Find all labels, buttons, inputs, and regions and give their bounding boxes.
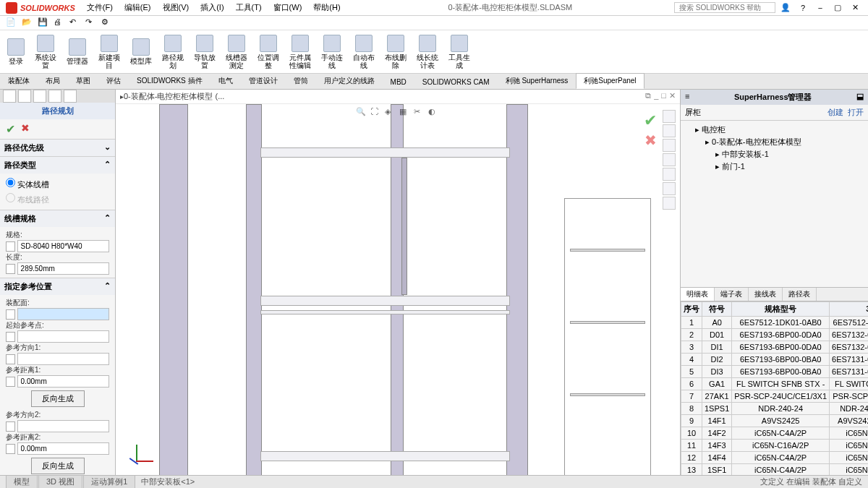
- ribbon-button[interactable]: 系统设置: [30, 33, 61, 71]
- reverse2-button[interactable]: 反向生成: [31, 458, 85, 474]
- ribbon-button[interactable]: 新建项目: [94, 33, 124, 71]
- rp-open-link[interactable]: 打开: [848, 108, 864, 116]
- pm-ok-button[interactable]: ✔: [6, 122, 15, 136]
- ribbon-button[interactable]: 线槽器测定: [221, 33, 252, 71]
- pm-priority-header[interactable]: 路径优先级⌄: [0, 140, 115, 156]
- table-row[interactable]: 4DI26ES7193-6BP00-0BA06ES7131-6BH01-0BA0…: [681, 354, 869, 366]
- command-tab[interactable]: 利驰SuperPanel: [576, 73, 644, 89]
- ribbon-button[interactable]: 路径规划: [158, 33, 188, 71]
- qa-print-icon[interactable]: 🖨: [54, 17, 65, 29]
- command-tab[interactable]: 电气: [210, 73, 241, 89]
- vp-restore-icon[interactable]: ⧉: [645, 91, 651, 100]
- ribbon-button[interactable]: 自动布线: [349, 33, 379, 71]
- ribbon-button[interactable]: 位置调整: [253, 33, 284, 71]
- table-row[interactable]: 5DI36ES7193-6BP00-0BA06ES7131-6BH01-0BA0…: [681, 366, 869, 378]
- graphics-viewport[interactable]: ▸ 0-装配体-电控柜柜体模型 (... 🔍 ⛶ ◈ ▦ ✂ ◐ ⧉ _ □ ✕…: [116, 90, 680, 475]
- help-icon[interactable]: ?: [796, 4, 810, 12]
- command-tab[interactable]: 草图: [68, 73, 98, 89]
- model-canvas[interactable]: [116, 104, 680, 475]
- ribbon-button[interactable]: 线长统计表: [412, 33, 443, 71]
- rp-tab[interactable]: 明细表: [681, 288, 715, 301]
- pm-tool-dim[interactable]: [48, 90, 61, 103]
- menu-item[interactable]: 帮助(H): [307, 2, 346, 13]
- table-row[interactable]: 2D016ES7193-6BP00-0DA06ES7132-6BH01-0BA0…: [681, 329, 869, 341]
- table-row[interactable]: 131SF1iC65N-C4A/2PiC65N 2P.SLDPRT: [681, 464, 869, 476]
- orientation-triad[interactable]: [123, 439, 152, 468]
- command-tab[interactable]: 用户定义的线路: [316, 73, 383, 89]
- tree-node[interactable]: ▸ 中部安装板-1: [685, 148, 864, 160]
- user-icon[interactable]: 👤: [778, 3, 793, 12]
- menu-item[interactable]: 插入(I): [195, 2, 229, 13]
- vp-min-icon[interactable]: _: [654, 91, 658, 100]
- ribbon-button[interactable]: 工具生成: [444, 33, 475, 71]
- command-tab[interactable]: 装配体: [0, 73, 38, 89]
- ribbon-button[interactable]: 布线删除: [380, 33, 411, 71]
- radio-solid-slot[interactable]: 实体线槽: [6, 176, 109, 192]
- ribbon-button[interactable]: 管理器: [62, 37, 93, 67]
- rp-create-link[interactable]: 创建: [827, 108, 843, 116]
- pm-tool-config[interactable]: [18, 90, 31, 103]
- reverse1-button[interactable]: 反向生成: [31, 390, 85, 407]
- ribbon-button[interactable]: 登录: [3, 37, 29, 67]
- maximize-button[interactable]: ▢: [830, 3, 845, 12]
- tree-node[interactable]: ▸ 电控柜: [685, 124, 864, 136]
- qa-new-icon[interactable]: 📄: [6, 17, 17, 29]
- status-tab[interactable]: 运动算例1: [83, 475, 135, 488]
- help-search-input[interactable]: [674, 2, 775, 13]
- qa-settings-icon[interactable]: ⚙: [101, 17, 113, 29]
- dist1-input[interactable]: [17, 375, 109, 388]
- command-tab[interactable]: 管筒: [286, 73, 316, 89]
- spec-input[interactable]: [17, 240, 109, 252]
- table-row[interactable]: 1014F2iC65N-C4A/2PiC65N 2P.SLDPRT: [681, 427, 869, 440]
- scene-icon[interactable]: ◐: [428, 107, 440, 119]
- menu-item[interactable]: 文件(F): [81, 2, 119, 13]
- vp-max-icon[interactable]: □: [661, 91, 666, 100]
- rp-tab[interactable]: 端子表: [715, 288, 749, 301]
- table-row[interactable]: 914F1A9VS2425A9VS2425 VigiIC65-4P: [681, 415, 869, 427]
- dir2-input[interactable]: [17, 420, 109, 432]
- table-row[interactable]: 3DI16ES7193-6BP00-0DA06ES7132-6BH01-0BA0…: [681, 341, 869, 354]
- status-tab[interactable]: 模型: [6, 475, 38, 488]
- section-icon[interactable]: ✂: [414, 107, 425, 119]
- tree-node[interactable]: ▸ 0-装配体-电控柜柜体模型: [685, 136, 864, 148]
- dist2-input[interactable]: [17, 442, 109, 455]
- qa-undo-icon[interactable]: ↶: [69, 17, 81, 29]
- dir1-input[interactable]: [17, 353, 109, 365]
- menu-item[interactable]: 工具(T): [230, 2, 268, 13]
- status-tab[interactable]: 3D 视图: [38, 475, 82, 488]
- command-tab[interactable]: 评估: [98, 73, 129, 89]
- ribbon-button[interactable]: 模型库: [126, 37, 156, 67]
- rp-tab[interactable]: 路径表: [783, 288, 817, 301]
- table-row[interactable]: 727AK1PSR-SCP-24UC/CE1/3X1PSR-SCP-24UC C…: [681, 390, 869, 403]
- ribbon-button[interactable]: 导轨放置: [190, 33, 220, 71]
- breadcrumb[interactable]: ▸ 0-装配体-电控柜柜体模型 (...: [116, 90, 680, 104]
- pm-type-header[interactable]: 路径类型⌃: [0, 157, 115, 174]
- rp-pin-icon[interactable]: ⬓: [856, 92, 864, 103]
- pm-refpos-header[interactable]: 指定参考位置⌃: [0, 278, 115, 295]
- table-row[interactable]: 6GA1FL SWITCH SFNB STX -FL SWITCH SFNB S…: [681, 378, 869, 390]
- zoom-fit-icon[interactable]: 🔍: [356, 107, 367, 119]
- table-row[interactable]: 1A06ES7512-1DK01-0AB06ES7512-1DK01-0AB0 …: [681, 317, 869, 329]
- menu-item[interactable]: 窗口(W): [268, 2, 308, 13]
- view-orient-icon[interactable]: ◈: [385, 107, 396, 119]
- rp-tree[interactable]: ▸ 电控柜▸ 0-装配体-电控柜柜体模型▸ 中部安装板-1▸ 前门-1: [681, 121, 868, 287]
- vp-close-icon[interactable]: ✕: [669, 91, 676, 100]
- close-button[interactable]: ✕: [848, 3, 862, 12]
- menu-item[interactable]: 视图(V): [157, 2, 195, 13]
- table-row[interactable]: 81SPS1NDR-240-24NDR-240-24.SLDPRT: [681, 403, 869, 415]
- length-input[interactable]: [17, 262, 109, 275]
- rp-tab[interactable]: 接线表: [749, 288, 783, 301]
- pm-spec-header[interactable]: 线槽规格⌃: [0, 210, 115, 227]
- command-tab[interactable]: 管道设计: [241, 73, 286, 89]
- rp-menu-icon[interactable]: ≡: [685, 92, 689, 103]
- radio-wire-path[interactable]: 布线路径: [6, 192, 109, 207]
- qa-open-icon[interactable]: 📂: [22, 17, 33, 29]
- command-tab[interactable]: 布局: [38, 73, 68, 89]
- pm-tool-feature[interactable]: [3, 90, 16, 103]
- menu-item[interactable]: 编辑(E): [119, 2, 157, 13]
- command-tab[interactable]: MBD: [383, 75, 414, 89]
- pm-cancel-button[interactable]: ✖: [21, 122, 30, 136]
- qa-save-icon[interactable]: 💾: [38, 17, 49, 29]
- command-tab[interactable]: 利驰 SuperHarness: [498, 73, 576, 89]
- ribbon-button[interactable]: 手动连线: [317, 33, 347, 71]
